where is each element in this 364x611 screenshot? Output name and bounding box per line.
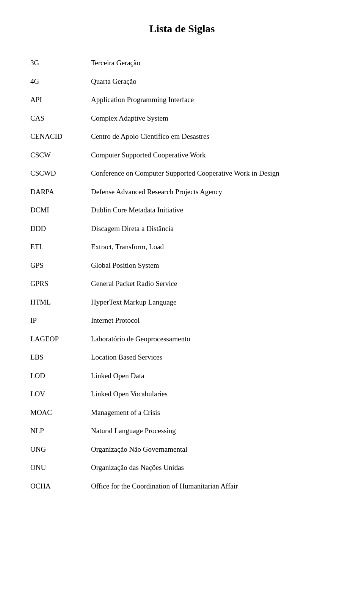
acronym-cell: IP xyxy=(30,311,91,330)
list-item: LOVLinked Open Vocabularies xyxy=(30,385,334,404)
list-item: DARPADefense Advanced Research Projects … xyxy=(30,183,334,201)
acronym-cell: ETL xyxy=(30,238,91,256)
definition-cell: General Packet Radio Service xyxy=(91,275,334,293)
definition-cell: Terceira Geração xyxy=(91,54,334,72)
definition-cell: Linked Open Vocabularies xyxy=(91,385,334,404)
acronym-cell: API xyxy=(30,91,91,109)
definition-cell: Extract, Transform, Load xyxy=(91,238,334,256)
acronym-cell: CAS xyxy=(30,109,91,128)
list-item: HTMLHyperText Markup Language xyxy=(30,293,334,312)
acronym-cell: LOV xyxy=(30,385,91,404)
definition-cell: Management of a Crisis xyxy=(91,404,334,422)
list-item: ONGOrganização Não Governamental xyxy=(30,440,334,459)
acronym-cell: LAGEOP xyxy=(30,330,91,349)
list-item: OCHAOffice for the Coordination of Human… xyxy=(30,477,334,496)
acronym-cell: CENACID xyxy=(30,127,91,146)
definition-cell: Discagem Direta a Distância xyxy=(91,220,334,238)
list-item: CASComplex Adaptive System xyxy=(30,109,334,128)
acronym-cell: DDD xyxy=(30,220,91,238)
acronym-cell: OCHA xyxy=(30,477,91,496)
definition-cell: Linked Open Data xyxy=(91,367,334,385)
definition-cell: Office for the Coordination of Humanitar… xyxy=(91,477,334,496)
list-item: LODLinked Open Data xyxy=(30,367,334,385)
list-item: NLPNatural Language Processing xyxy=(30,422,334,440)
list-item: 3GTerceira Geração xyxy=(30,54,334,72)
acronym-cell: MOAC xyxy=(30,404,91,422)
definition-cell: Laboratório de Geoprocessamento xyxy=(91,330,334,349)
acronym-cell: 3G xyxy=(30,54,91,72)
definition-cell: HyperText Markup Language xyxy=(91,293,334,312)
acronym-cell: GPS xyxy=(30,256,91,275)
acronym-cell: ONG xyxy=(30,440,91,459)
acronym-cell: CSCW xyxy=(30,146,91,165)
list-item: DCMIDublin Core Metadata Initiative xyxy=(30,201,334,220)
acronym-cell: ONU xyxy=(30,459,91,477)
acronym-cell: DARPA xyxy=(30,183,91,201)
acronym-cell: DCMI xyxy=(30,201,91,220)
definition-cell: Complex Adaptive System xyxy=(91,109,334,128)
acronym-cell: HTML xyxy=(30,293,91,312)
definition-cell: Conference on Computer Supported Coopera… xyxy=(91,164,334,183)
definition-cell: Natural Language Processing xyxy=(91,422,334,440)
list-item: APIApplication Programming Interface xyxy=(30,91,334,109)
list-item: GPRSGeneral Packet Radio Service xyxy=(30,275,334,293)
page-title: Lista de Siglas xyxy=(30,23,334,35)
acronym-cell: LBS xyxy=(30,348,91,367)
acronym-cell: CSCWD xyxy=(30,164,91,183)
list-item: GPSGlobal Position System xyxy=(30,256,334,275)
definition-cell: Location Based Services xyxy=(91,348,334,367)
list-item: IPInternet Protocol xyxy=(30,311,334,330)
acronym-cell: 4G xyxy=(30,72,91,91)
list-item: DDDDiscagem Direta a Distância xyxy=(30,220,334,238)
list-item: CENACIDCentro de Apoio Científico em Des… xyxy=(30,127,334,146)
acronym-table: 3GTerceira Geração4GQuarta GeraçãoAPIApp… xyxy=(30,54,334,495)
definition-cell: Organização das Nações Unidas xyxy=(91,459,334,477)
definition-cell: Application Programming Interface xyxy=(91,91,334,109)
list-item: MOACManagement of a Crisis xyxy=(30,404,334,422)
list-item: LAGEOPLaboratório de Geoprocessamento xyxy=(30,330,334,349)
definition-cell: Internet Protocol xyxy=(91,311,334,330)
list-item: 4GQuarta Geração xyxy=(30,72,334,91)
definition-cell: Centro de Apoio Científico em Desastres xyxy=(91,127,334,146)
definition-cell: Dublin Core Metadata Initiative xyxy=(91,201,334,220)
list-item: CSCWDConference on Computer Supported Co… xyxy=(30,164,334,183)
definition-cell: Global Position System xyxy=(91,256,334,275)
list-item: ONUOrganização das Nações Unidas xyxy=(30,459,334,477)
definition-cell: Computer Supported Cooperative Work xyxy=(91,146,334,165)
acronym-cell: GPRS xyxy=(30,275,91,293)
list-item: CSCWComputer Supported Cooperative Work xyxy=(30,146,334,165)
list-item: LBSLocation Based Services xyxy=(30,348,334,367)
definition-cell: Defense Advanced Research Projects Agenc… xyxy=(91,183,334,201)
definition-cell: Quarta Geração xyxy=(91,72,334,91)
acronym-cell: NLP xyxy=(30,422,91,440)
acronym-cell: LOD xyxy=(30,367,91,385)
definition-cell: Organização Não Governamental xyxy=(91,440,334,459)
list-item: ETLExtract, Transform, Load xyxy=(30,238,334,256)
